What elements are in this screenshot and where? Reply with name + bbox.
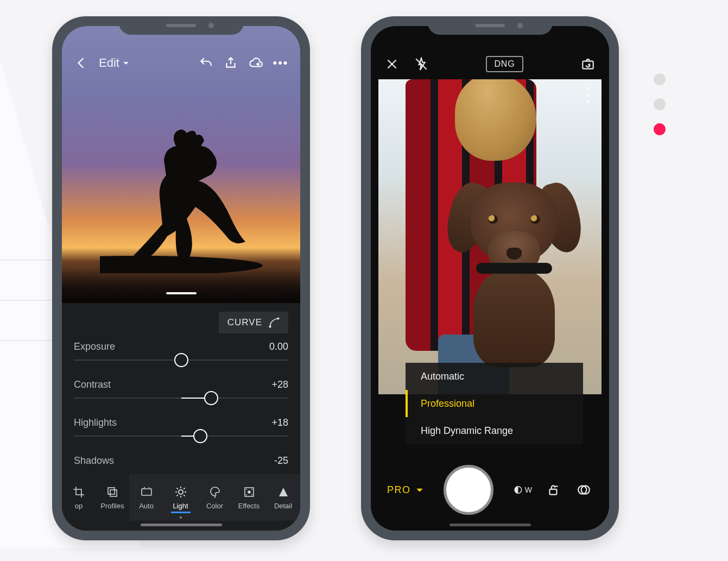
silhouette-figure <box>100 110 263 273</box>
tab-label: Profiles <box>100 502 124 510</box>
more-icon: ••• <box>273 56 288 70</box>
slider-track[interactable] <box>74 354 288 367</box>
pager-dot[interactable] <box>654 98 666 110</box>
mode-professional[interactable]: Professional <box>406 390 583 417</box>
slider-value: +28 <box>271 379 288 390</box>
curve-button[interactable]: CURVE <box>219 312 288 333</box>
svg-rect-7 <box>142 489 151 495</box>
mode-picker[interactable]: PRO <box>387 484 423 496</box>
switch-camera-button[interactable] <box>579 55 597 73</box>
svg-line-13 <box>176 488 178 489</box>
slider-highlights: Highlights+18 <box>74 409 288 447</box>
mode-label: Professional <box>421 398 474 409</box>
svg-point-22 <box>246 494 247 495</box>
undo-button[interactable] <box>195 52 217 74</box>
mode-picker-label: PRO <box>387 484 410 496</box>
tab-light[interactable]: Light <box>163 486 198 510</box>
camera-bottom-bar: PRO W <box>371 460 609 520</box>
mode-label: High Dynamic Range <box>421 425 513 437</box>
panel-drag-handle[interactable] <box>166 292 197 294</box>
tab-label: Detail <box>274 502 292 510</box>
svg-rect-6 <box>110 490 117 496</box>
tab-effects[interactable]: Effects <box>232 486 266 510</box>
svg-point-21 <box>251 489 252 490</box>
more-button[interactable]: ••• <box>270 52 292 74</box>
slider-track[interactable] <box>74 430 288 443</box>
tab-label: Auto <box>139 502 154 510</box>
white-balance-label: W <box>525 486 532 494</box>
white-balance-button[interactable]: W <box>514 481 532 499</box>
capture-mode-menu: Automatic Professional High Dynamic Rang… <box>406 363 583 444</box>
slider-value: 0.00 <box>269 341 288 352</box>
svg-line-16 <box>183 488 185 489</box>
slider-value: +18 <box>271 417 288 428</box>
profiles-icon <box>106 486 119 499</box>
curve-icon <box>269 317 280 328</box>
lock-toggle[interactable] <box>544 481 562 499</box>
slider-label: Shadows <box>74 455 114 466</box>
carousel-pager <box>654 73 666 135</box>
tab-label: Light <box>173 502 188 510</box>
svg-point-3 <box>269 326 271 327</box>
auto-icon <box>140 486 153 499</box>
mode-hdr[interactable]: High Dynamic Range <box>406 417 583 444</box>
close-button[interactable] <box>383 55 401 73</box>
color-icon <box>208 486 221 499</box>
svg-point-20 <box>246 489 247 490</box>
camera-viewfinder[interactable] <box>378 79 602 394</box>
unlock-icon <box>546 483 560 497</box>
edit-mode-dropdown[interactable]: Edit <box>96 56 129 70</box>
shutter-button[interactable] <box>444 465 493 515</box>
mode-label: Automatic <box>421 371 464 382</box>
filters-button[interactable] <box>574 481 593 499</box>
edit-topbar: Edit ••• <box>62 49 300 77</box>
white-balance-icon <box>514 483 523 497</box>
svg-point-0 <box>100 256 263 273</box>
edit-mode-label: Edit <box>99 56 119 70</box>
slider-track[interactable] <box>74 392 288 405</box>
viewfinder-subject-dog <box>454 161 574 367</box>
crop-icon <box>72 486 85 499</box>
cloud-sync-button[interactable] <box>245 52 267 74</box>
svg-point-23 <box>251 494 252 495</box>
file-format-label: DNG <box>495 59 515 68</box>
slider-label: Highlights <box>74 417 117 428</box>
phone-mockup-edit: Edit ••• <box>52 16 310 540</box>
viewfinder-subject-hair <box>455 79 536 161</box>
pager-dot-active[interactable] <box>654 123 666 135</box>
light-icon <box>174 486 187 499</box>
mode-automatic[interactable]: Automatic <box>406 363 583 390</box>
tab-detail[interactable]: Detail <box>266 486 300 510</box>
slider-knob[interactable] <box>174 353 188 367</box>
filters-icon <box>577 483 591 497</box>
detail-icon <box>277 486 290 499</box>
viewfinder-overflow-icon[interactable] <box>586 87 590 103</box>
tab-color[interactable]: Color <box>198 486 232 510</box>
flash-toggle[interactable] <box>412 55 431 73</box>
curve-button-label: CURVE <box>227 317 262 328</box>
svg-line-15 <box>176 495 178 496</box>
tab-label: Color <box>206 502 223 510</box>
tab-has-changes-dot <box>180 516 182 519</box>
pager-dot[interactable] <box>654 73 666 85</box>
back-button[interactable] <box>71 52 92 74</box>
svg-point-4 <box>277 318 279 319</box>
chevron-down-icon <box>416 486 423 494</box>
share-button[interactable] <box>220 52 242 74</box>
svg-line-14 <box>183 495 185 496</box>
file-format-toggle[interactable]: DNG <box>486 56 524 72</box>
slider-contrast: Contrast+28 <box>74 371 288 409</box>
phone-mockup-camera: DNG <box>361 16 619 540</box>
effects-icon <box>243 486 256 499</box>
tab-auto[interactable]: Auto <box>129 486 163 510</box>
svg-point-19 <box>248 491 250 493</box>
tab-profiles[interactable]: Profiles <box>96 474 129 521</box>
phone-notch <box>119 16 244 35</box>
tab-crop[interactable]: op <box>62 474 96 521</box>
svg-point-8 <box>179 490 183 494</box>
camera-topbar: DNG <box>371 49 609 79</box>
slider-label: Contrast <box>74 379 111 390</box>
slider-knob[interactable] <box>204 391 218 405</box>
slider-knob[interactable] <box>193 429 207 443</box>
tab-label: op <box>75 502 83 510</box>
